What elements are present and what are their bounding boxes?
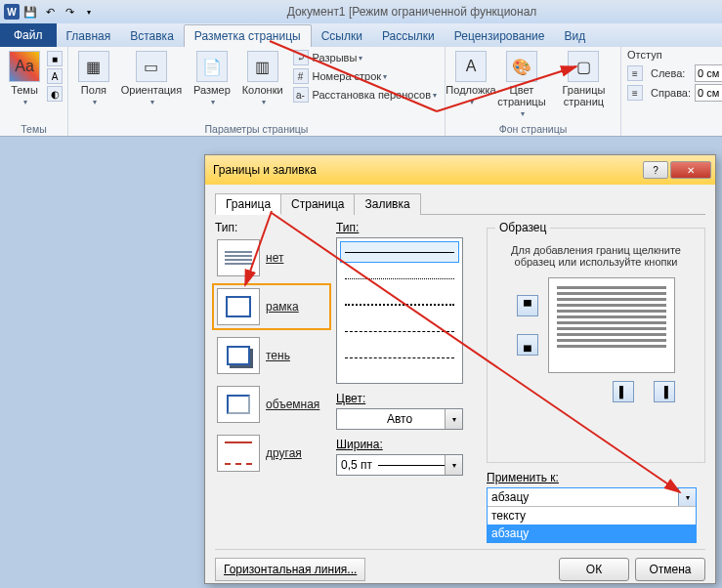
type-label: Тип: [215,221,328,234]
border-left-button[interactable]: ▌ [613,381,634,402]
indent-right-icon: ≡ [627,85,643,101]
page-color-button[interactable]: 🎨Цвет страницы▾ [494,49,549,120]
style-item[interactable] [340,268,459,289]
border-right-button[interactable]: ▐ [654,381,675,402]
width-combo[interactable]: 0,5 пт ▾ [336,454,463,476]
theme-colors-icon[interactable]: ■ [47,51,63,66]
tab-review[interactable]: Рецензирование [445,25,555,47]
preview-fieldset: Образец Для добавления границ щелкните о… [487,221,705,463]
page-borders-button[interactable]: ▢Границы страниц [553,49,615,109]
apply-option-text[interactable]: тексту [488,507,696,525]
group-page-setup: Параметры страницы [74,122,439,136]
file-tab[interactable]: Файл [0,23,57,47]
type-3d[interactable]: объемная [215,384,328,425]
width-label: Ширина: [336,438,479,451]
apply-to-combo[interactable]: абзацу ▾ тексту абзацу [487,487,697,543]
dropdown-arrow-icon: ▾ [445,455,462,475]
horizontal-line-button[interactable]: Горизонтальная линия... [215,558,365,581]
type-custom[interactable]: другая [215,433,328,474]
tab-page-layout[interactable]: Разметка страницы [184,24,312,47]
border-top-button[interactable]: ▀ [517,295,538,316]
type-none[interactable]: нет [215,237,328,278]
size-button[interactable]: 📄Размер▾ [190,49,234,108]
margins-icon: ▦ [78,51,109,82]
group-page-background: Фон страницы [451,122,615,136]
color-label: Цвет: [336,392,479,405]
theme-fonts-icon[interactable]: A [47,68,63,84]
tab-view[interactable]: Вид [554,25,595,47]
ribbon: Aa Темы▾ ■ A ◐ Темы ▦Поля▾ ▭Ориентация▾ … [0,47,722,137]
color-combo[interactable]: Авто ▾ [336,408,463,430]
dropdown-arrow-icon: ▾ [678,488,696,506]
word-app-icon: W [4,4,20,20]
style-item[interactable] [340,320,459,342]
borders-shading-dialog: Границы и заливка ? ✕ Граница Страница З… [204,154,716,584]
border-bottom-button[interactable]: ▄ [517,334,538,356]
orientation-icon: ▭ [136,51,167,82]
breaks-button[interactable]: ⤶Разрывы▾ [291,49,439,66]
indent-left-icon: ≡ [627,65,643,81]
redo-icon[interactable]: ↷ [61,3,78,21]
watermark-icon: A [455,51,487,82]
watermark-button[interactable]: AПодложка▾ [451,49,490,108]
hyphenation-button[interactable]: a-Расстановка переносов▾ [291,86,439,104]
tab-insert[interactable]: Вставка [120,25,184,47]
style-solid[interactable] [340,241,459,263]
close-button[interactable]: ✕ [670,161,711,179]
apply-to-label: Применить к: [487,471,705,484]
ribbon-tabs: Файл Главная Вставка Разметка страницы С… [0,23,722,47]
group-themes: Темы [6,122,62,136]
style-list[interactable] [336,237,463,384]
page-borders-icon: ▢ [568,51,599,82]
indent-right-input[interactable] [695,84,722,102]
help-button[interactable]: ? [643,161,668,179]
dialog-tabs: Граница Страница Заливка [215,192,705,215]
dialog-tab-page[interactable]: Страница [280,193,355,215]
breaks-icon: ⤶ [293,50,309,65]
dialog-title: Границы и заливка [213,163,641,177]
indent-left-input[interactable] [695,64,722,82]
theme-effects-icon[interactable]: ◐ [47,86,63,102]
size-icon: 📄 [196,51,228,82]
preview-page[interactable] [548,277,675,373]
title-bar: W 💾 ↶ ↷ ▾ Документ1 [Режим ограниченной … [0,0,722,23]
type-box[interactable]: рамка [215,286,328,327]
style-item[interactable] [340,347,459,368]
document-title: Документ1 [Режим ограниченной функционал [102,5,722,19]
ok-button[interactable]: ОК [559,558,629,581]
dialog-titlebar[interactable]: Границы и заливка ? ✕ [205,155,715,185]
quick-access-toolbar: W 💾 ↶ ↷ ▾ [0,3,102,21]
save-icon[interactable]: 💾 [21,3,39,21]
apply-option-paragraph[interactable]: абзацу [488,525,696,542]
indent-left-label: Слева: [651,67,691,79]
tab-home[interactable]: Главная [57,25,121,47]
dropdown-arrow-icon: ▾ [445,409,462,429]
indent-right-label: Справа: [651,87,691,99]
type-shadow[interactable]: тень [215,335,328,376]
preview-label: Образец [495,221,550,234]
cancel-button[interactable]: Отмена [635,558,705,581]
indent-header: Отступ [627,49,662,61]
tab-references[interactable]: Ссылки [312,25,372,47]
line-numbers-button[interactable]: #Номера строк▾ [291,67,439,85]
themes-button[interactable]: Aa Темы▾ [6,49,43,108]
themes-icon: Aa [9,51,40,82]
tab-mailings[interactable]: Рассылки [372,25,445,47]
margins-button[interactable]: ▦Поля▾ [74,49,113,108]
orientation-button[interactable]: ▭Ориентация▾ [117,49,186,108]
qat-dropdown-icon[interactable]: ▾ [80,3,98,21]
dialog-tab-border[interactable]: Граница [215,193,281,215]
columns-icon: ▥ [247,51,278,82]
undo-icon[interactable]: ↶ [41,3,59,21]
page-color-icon: 🎨 [506,51,537,82]
style-item[interactable] [340,294,459,315]
preview-hint: Для добавления границ щелкните образец и… [495,244,697,268]
dialog-tab-shading[interactable]: Заливка [354,193,420,215]
line-numbers-icon: # [293,68,309,84]
hyphenation-icon: a- [293,87,309,103]
columns-button[interactable]: ▥Колонки▾ [238,49,287,108]
style-label: Тип: [336,221,479,234]
